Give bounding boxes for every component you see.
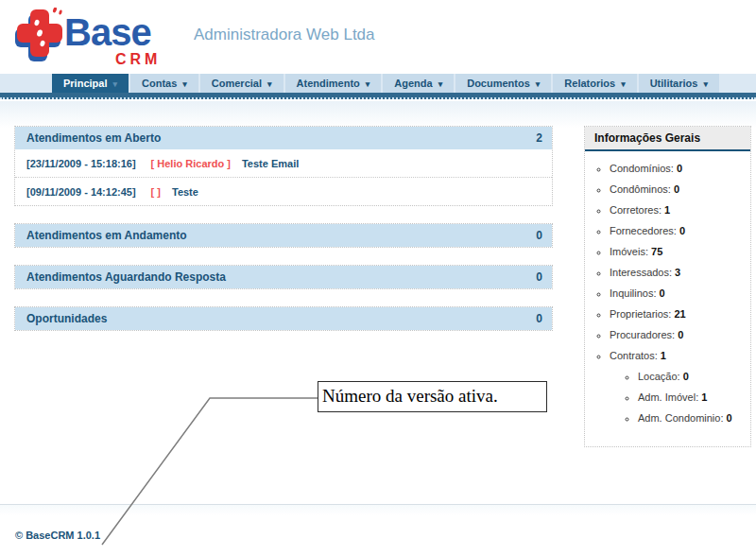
stat-value: 0 bbox=[678, 329, 683, 340]
stat-value: 0 bbox=[660, 287, 665, 299]
tab-comercial[interactable]: Comercial▾ bbox=[200, 74, 284, 93]
row-contact: [ Helio Ricardo ] bbox=[151, 158, 231, 169]
stat-item-procuradores: Procuradores: 0 bbox=[610, 329, 747, 341]
atendimento-row[interactable]: [09/11/2009 - 14:12:45][ ]Teste bbox=[15, 177, 552, 205]
panel-header-atendimentos-em-aberto[interactable]: Atendimentos em Aberto2 bbox=[15, 127, 552, 149]
panel-title: Oportunidades bbox=[26, 312, 107, 325]
main-column: Atendimentos em Aberto2[23/11/2009 - 15:… bbox=[14, 126, 553, 348]
stat-item-condominios: Condomínios: 0 bbox=[610, 163, 747, 175]
panel-header-atendimentos-aguardando-resposta[interactable]: Atendimentos Aguardando Resposta0 bbox=[15, 266, 552, 288]
stat-label: Corretores: bbox=[610, 204, 664, 216]
stat-item-locacao: Locação: 0 bbox=[638, 371, 747, 383]
stat-label: Condôminos: bbox=[610, 183, 674, 195]
logo-text-crm: CRM bbox=[115, 51, 161, 68]
stat-item-fornecedores: Fornecedores: 0 bbox=[610, 225, 747, 237]
basecrm-cross-icon bbox=[13, 8, 66, 68]
tab-utilitarios[interactable]: Utilitarios▾ bbox=[639, 74, 719, 93]
panel-atendimentos-em-andamento: Atendimentos em Andamento0 bbox=[14, 223, 553, 248]
tab-label: Documentos bbox=[467, 78, 530, 89]
stat-label: Condomínios: bbox=[610, 163, 677, 174]
row-timestamp: [09/11/2009 - 14:12:45] bbox=[26, 186, 136, 198]
panel-atendimentos-aguardando-resposta: Atendimentos Aguardando Resposta0 bbox=[14, 265, 553, 289]
row-timestamp: [23/11/2009 - 15:18:16] bbox=[26, 158, 136, 169]
footer-divider bbox=[0, 504, 756, 515]
panel-header-oportunidades[interactable]: Oportunidades0 bbox=[15, 307, 552, 330]
chevron-down-icon: ▾ bbox=[366, 79, 370, 89]
tab-label: Agenda bbox=[394, 78, 432, 89]
panel-title: Atendimentos em Aberto bbox=[26, 131, 161, 145]
basecrm-logo[interactable]: Base CRM bbox=[9, 4, 189, 72]
main-nav: Principal▾Contas▾Comercial▾Atendimento▾A… bbox=[0, 74, 756, 93]
row-subject: Teste bbox=[172, 186, 198, 198]
tab-label: Comercial bbox=[212, 78, 262, 89]
app-header: Base CRM Administradora Web Ltda bbox=[0, 0, 756, 74]
annotation-version-note: Número da versão ativa. bbox=[318, 381, 547, 412]
stat-value: 1 bbox=[664, 204, 670, 216]
stat-label: Adm. Imóvel: bbox=[638, 391, 701, 403]
panel-title: Atendimentos Aguardando Resposta bbox=[26, 270, 226, 284]
tab-label: Contas bbox=[142, 78, 177, 89]
chevron-down-icon: ▾ bbox=[438, 79, 443, 89]
tab-relatorios[interactable]: Relatorios▾ bbox=[553, 74, 636, 93]
stat-label: Adm. Condominio: bbox=[638, 412, 727, 424]
stat-value: 0 bbox=[677, 163, 682, 174]
chevron-down-icon: ▾ bbox=[536, 79, 541, 89]
panel-atendimentos-em-aberto: Atendimentos em Aberto2[23/11/2009 - 15:… bbox=[14, 126, 553, 206]
stat-item-adm-condominio: Adm. Condominio: 0 bbox=[638, 412, 747, 425]
stat-value: 0 bbox=[727, 412, 732, 424]
stat-item-condominos: Condôminos: 0 bbox=[610, 183, 747, 196]
sidebar-informacoes-gerais: Informações Gerais Condomínios: 0Condômi… bbox=[584, 126, 751, 447]
panel-header-atendimentos-em-andamento[interactable]: Atendimentos em Andamento0 bbox=[15, 224, 552, 247]
stat-label: Procuradores: bbox=[610, 329, 678, 340]
panel-count-badge: 0 bbox=[536, 312, 542, 325]
chevron-down-icon: ▾ bbox=[182, 79, 187, 89]
atendimento-row[interactable]: [23/11/2009 - 15:18:16][ Helio Ricardo ]… bbox=[15, 149, 552, 177]
tab-documentos[interactable]: Documentos▾ bbox=[455, 74, 551, 93]
stat-label: Inquilinos: bbox=[610, 287, 660, 299]
stat-label: Proprietarios: bbox=[610, 308, 674, 320]
stat-item-contratos: Contratos: 1Locação: 0Adm. Imóvel: 1Adm.… bbox=[610, 350, 747, 425]
stat-item-corretores: Corretores: 1 bbox=[610, 204, 747, 217]
chevron-down-icon: ▾ bbox=[267, 79, 272, 89]
stat-item-inquilinos: Inquilinos: 0 bbox=[610, 287, 747, 300]
sidebar-stats-list: Condomínios: 0Condôminos: 0Corretores: 1… bbox=[585, 151, 750, 425]
tab-principal[interactable]: Principal▾ bbox=[52, 74, 129, 93]
sidebar-title: Informações Gerais bbox=[585, 127, 750, 151]
panel-oportunidades: Oportunidades0 bbox=[14, 306, 553, 331]
stat-value: 1 bbox=[701, 391, 707, 403]
stat-item-proprietarios: Proprietarios: 21 bbox=[610, 308, 747, 321]
stat-value: 3 bbox=[675, 267, 680, 278]
row-subject: Teste Email bbox=[242, 158, 299, 169]
stat-value: 0 bbox=[683, 371, 689, 382]
stat-value: 0 bbox=[674, 183, 679, 195]
company-name: Administradora Web Ltda bbox=[194, 26, 375, 44]
panel-count-badge: 2 bbox=[536, 131, 542, 145]
stat-item-adm-imovel: Adm. Imóvel: 1 bbox=[638, 391, 747, 404]
nav-divider-bar bbox=[0, 93, 756, 99]
panel-title: Atendimentos em Andamento bbox=[26, 229, 187, 242]
tab-atendimento[interactable]: Atendimento▾ bbox=[285, 74, 382, 93]
tab-agenda[interactable]: Agenda▾ bbox=[383, 74, 454, 93]
stat-value: 75 bbox=[651, 246, 662, 257]
stat-value: 21 bbox=[674, 308, 685, 320]
row-contact: [ ] bbox=[151, 186, 161, 198]
stat-label: Locação: bbox=[638, 371, 683, 382]
stat-item-interessados: Interessados: 3 bbox=[610, 267, 747, 279]
stat-label: Interessados: bbox=[610, 267, 675, 278]
stat-label: Imóveis: bbox=[610, 246, 651, 257]
stat-label: Contratos: bbox=[610, 350, 661, 361]
panel-count-badge: 0 bbox=[536, 270, 542, 284]
stat-value: 0 bbox=[679, 225, 685, 236]
tab-label: Principal bbox=[63, 78, 107, 89]
tab-label: Relatorios bbox=[564, 78, 615, 89]
stat-sublist-contratos: Locação: 0Adm. Imóvel: 1Adm. Condominio:… bbox=[610, 362, 747, 425]
tab-label: Atendimento bbox=[297, 78, 360, 89]
chevron-down-icon: ▾ bbox=[703, 79, 708, 89]
content-background-fade bbox=[0, 101, 756, 128]
stat-label: Fornecedores: bbox=[610, 225, 679, 236]
tab-contas[interactable]: Contas▾ bbox=[130, 74, 198, 93]
panel-count-badge: 0 bbox=[536, 229, 542, 242]
tab-label: Utilitarios bbox=[650, 78, 698, 89]
stat-item-imoveis: Imóveis: 75 bbox=[610, 246, 747, 258]
chevron-down-icon: ▾ bbox=[112, 79, 117, 89]
